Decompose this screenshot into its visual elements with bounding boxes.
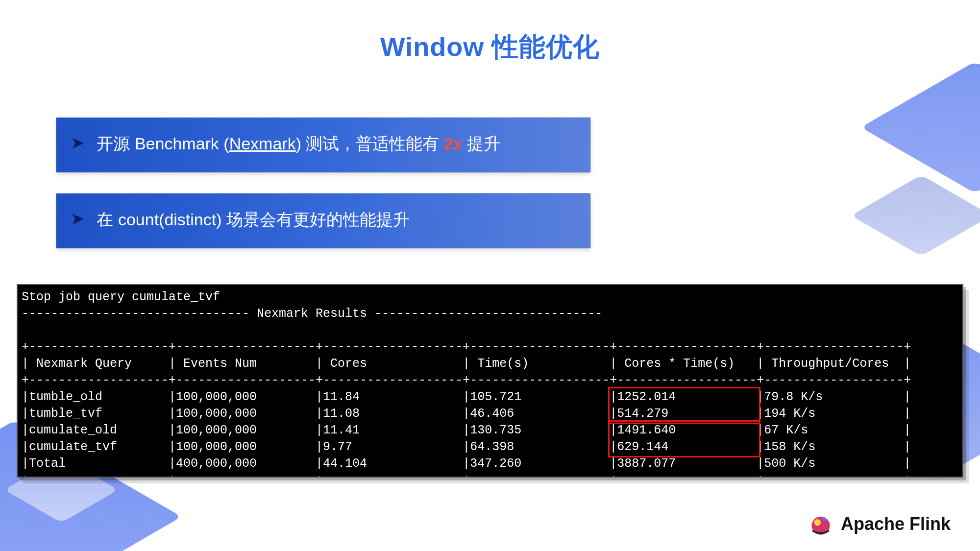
terminal-output: Stop job query cumulate_tvf ------------… [17, 284, 963, 478]
bullet-icon: ➤ [71, 133, 84, 152]
bullet-two-text: 在 count(distinct) 场景会有更好的性能提升 [97, 210, 410, 229]
svg-point-1 [814, 519, 821, 526]
bullet-one: ➤ 开源 Benchmark (Nexmark) 测试，普适性能有 2x 提升 [56, 118, 590, 172]
bullet-one-pre: 开源 Benchmark ( [97, 134, 229, 153]
flink-logo-icon [808, 511, 834, 537]
bullet-one-highlight: 2x [444, 134, 463, 153]
slide-title: Window 性能优化 [0, 29, 980, 65]
bg-cube [851, 175, 980, 256]
bullet-two: ➤ 在 count(distinct) 场景会有更好的性能提升 [56, 193, 590, 248]
bullet-one-link: Nexmark [229, 134, 296, 153]
bullet-icon: ➤ [71, 209, 84, 228]
bullet-one-post: 提升 [463, 134, 500, 153]
footer: Apache Flink [808, 511, 951, 537]
footer-text: Apache Flink [841, 514, 951, 534]
svg-point-2 [822, 517, 826, 521]
bg-cube [861, 61, 980, 193]
bullet-one-mid: ) 测试，普适性能有 [296, 134, 444, 153]
